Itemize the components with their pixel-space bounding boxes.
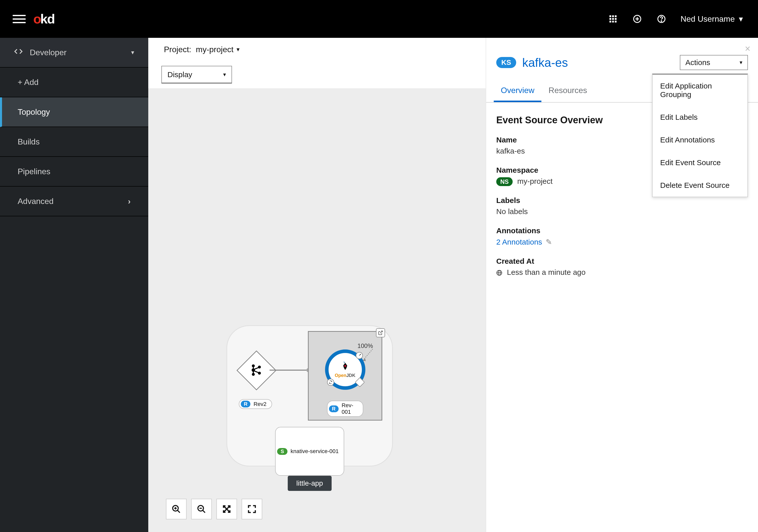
resource-kind-badge: KS [496, 57, 516, 68]
globe-icon [496, 268, 504, 276]
actions-label: Actions [685, 58, 710, 67]
sidebar-item-builds[interactable]: Builds [0, 127, 148, 157]
knative-service-label: knative-service-001 [291, 448, 339, 454]
resource-badge: R [329, 405, 338, 412]
tab-resources[interactable]: Resources [541, 80, 594, 102]
svg-rect-2 [615, 16, 617, 17]
created-at-label: Created At [496, 257, 748, 265]
apps-icon[interactable] [608, 14, 618, 24]
open-url-icon[interactable] [356, 352, 363, 359]
actions-menu: Edit Application Grouping Edit Labels Ed… [652, 74, 748, 197]
svg-rect-5 [615, 18, 617, 20]
brand-o: o [33, 11, 41, 26]
labels-label: Labels [496, 196, 748, 205]
sidebar-item-topology[interactable]: Topology [0, 97, 148, 127]
sidebar-item-label: + Add [17, 78, 39, 87]
help-icon[interactable] [656, 14, 667, 24]
perspective-label: Developer [30, 48, 67, 57]
svg-point-19 [258, 372, 261, 375]
fit-to-screen-button[interactable] [216, 499, 237, 519]
display-dropdown[interactable]: Display [161, 66, 232, 83]
application-group[interactable]: R Rev2 100% [226, 325, 393, 466]
svg-line-30 [178, 510, 180, 513]
add-icon[interactable] [632, 14, 642, 24]
zoom-controls [166, 499, 262, 519]
namespace-text[interactable]: my-project [517, 177, 552, 185]
svg-line-27 [359, 354, 360, 356]
revision-node[interactable]: OpenJDK [325, 349, 365, 390]
sidebar-item-add[interactable]: + Add [0, 68, 148, 97]
svg-point-13 [661, 21, 662, 21]
resource-badge: R [241, 401, 250, 408]
username-label: Ned Username [681, 15, 735, 24]
topology-edge [270, 370, 308, 371]
fullscreen-button[interactable] [242, 499, 262, 519]
actions-dropdown[interactable]: Actions Edit Application Grouping Edit L… [680, 55, 748, 70]
knative-service-pill[interactable]: S knative-service-001 [275, 427, 344, 476]
created-at-value: Less than a minute ago [496, 268, 748, 277]
edit-pencil-icon[interactable]: ✎ [546, 238, 552, 246]
side-panel: × KS kafka-es Actions Edit Application G… [486, 38, 758, 532]
svg-point-28 [344, 365, 346, 367]
open-url-icon[interactable] [376, 328, 385, 337]
close-button[interactable]: × [745, 43, 750, 54]
masthead: okd Ned Username [0, 0, 758, 38]
sidebar-item-advanced[interactable]: Advanced [0, 186, 148, 216]
svg-line-22 [255, 368, 258, 369]
sidebar-item-label: Advanced [17, 197, 53, 206]
svg-point-15 [252, 364, 255, 367]
side-panel-title[interactable]: kafka-es [522, 56, 568, 70]
action-edit-application-grouping[interactable]: Edit Application Grouping [653, 75, 747, 106]
svg-rect-3 [609, 18, 611, 20]
sidebar-item-label: Pipelines [17, 167, 51, 176]
duke-icon [340, 361, 350, 371]
svg-point-17 [252, 373, 255, 376]
caret-down-icon [739, 14, 743, 24]
user-menu[interactable]: Ned Username [681, 14, 743, 24]
namespace-badge: NS [496, 177, 513, 186]
tab-overview[interactable]: Overview [494, 80, 541, 102]
traffic-arrow [362, 348, 374, 362]
caret-down-icon [236, 46, 240, 53]
action-delete-event-source[interactable]: Delete Event Source [653, 174, 747, 197]
action-edit-event-source[interactable]: Edit Event Source [653, 151, 747, 174]
caret-down-icon [740, 59, 742, 66]
sidebar: Developer + Add Topology Builds Pipeline… [0, 38, 148, 532]
svg-rect-6 [609, 21, 611, 22]
project-name: my-project [196, 45, 233, 54]
created-at-text: Less than a minute ago [507, 268, 586, 276]
revision-label-pill[interactable]: R Rev-001 [327, 401, 363, 417]
service-badge: S [277, 448, 288, 455]
action-edit-labels[interactable]: Edit Labels [653, 106, 747, 129]
perspective-switcher[interactable]: Developer [0, 38, 148, 68]
revision-group[interactable]: 100% OpenJDK [308, 331, 382, 420]
action-edit-annotations[interactable]: Edit Annotations [653, 129, 747, 151]
svg-point-18 [258, 366, 261, 369]
svg-rect-1 [612, 16, 614, 17]
menu-toggle-button[interactable] [13, 12, 26, 25]
labels-value: No labels [496, 207, 748, 216]
annotations-value: 2 Annotations ✎ [496, 238, 748, 246]
zoom-in-button[interactable] [166, 499, 187, 519]
svg-line-25 [363, 349, 373, 359]
annotations-link[interactable]: 2 Annotations [496, 238, 542, 246]
event-source-label-pill[interactable]: R Rev2 [239, 399, 272, 409]
caret-down-icon [223, 71, 226, 78]
app-group-label[interactable]: little-app [288, 476, 331, 491]
zoom-out-button[interactable] [191, 499, 212, 519]
build-icon[interactable] [355, 377, 365, 387]
svg-rect-7 [612, 21, 614, 22]
sidebar-item-pipelines[interactable]: Pipelines [0, 157, 148, 186]
caret-down-icon [131, 49, 134, 56]
sync-icon[interactable] [327, 379, 334, 386]
node-tech-label: OpenJDK [335, 373, 355, 378]
project-dropdown[interactable]: my-project [196, 45, 239, 54]
brand-logo: okd [33, 11, 54, 26]
annotations-label: Annotations [496, 226, 748, 235]
kafka-icon [249, 363, 264, 378]
sidebar-item-label: Builds [17, 137, 40, 147]
sidebar-item-label: Topology [17, 107, 50, 117]
brand-kd: kd [40, 11, 55, 26]
code-icon [14, 47, 23, 58]
revision-label: Rev-001 [342, 402, 358, 415]
